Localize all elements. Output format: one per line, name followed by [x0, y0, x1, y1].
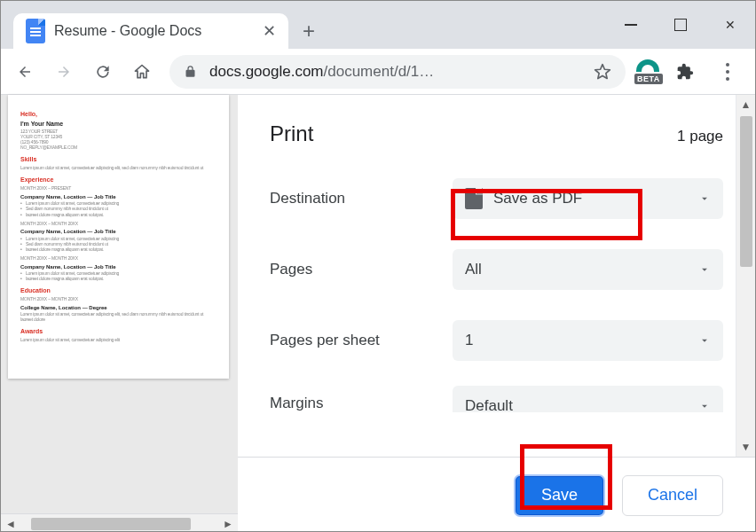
- chevron-down-icon: [698, 192, 711, 205]
- extensions-area: BETA: [634, 53, 750, 90]
- lock-icon: [184, 64, 197, 79]
- chevron-down-icon: [698, 400, 711, 412]
- cancel-button[interactable]: Cancel: [622, 475, 723, 516]
- bookmark-star-icon[interactable]: [594, 63, 611, 81]
- preview-horizontal-scrollbar[interactable]: ◄ ►: [1, 513, 238, 532]
- margins-select[interactable]: Default: [453, 386, 723, 412]
- browser-menu-button[interactable]: [709, 53, 746, 90]
- document-thumbnail[interactable]: Hello, I'm Your Name 123 YOUR STREET YOU…: [8, 95, 229, 379]
- scroll-left-icon[interactable]: ◄: [1, 514, 20, 533]
- scroll-right-icon[interactable]: ►: [218, 514, 238, 533]
- minimize-button[interactable]: [606, 9, 656, 41]
- new-tab-button[interactable]: +: [294, 16, 324, 46]
- forward-button[interactable]: [45, 53, 83, 90]
- margins-row: Margins Default: [270, 386, 723, 412]
- extensions-button[interactable]: [666, 53, 704, 90]
- url-text: docs.google.com/document/d/1…: [209, 63, 581, 81]
- tab-title: Resume - Google Docs: [54, 23, 254, 39]
- reload-icon: [94, 63, 112, 81]
- arrow-left-icon: [17, 64, 33, 80]
- maximize-button[interactable]: [656, 9, 705, 41]
- chevron-down-icon: [698, 263, 711, 276]
- destination-row: Destination Save as PDF: [270, 178, 723, 219]
- chevron-down-icon: [698, 334, 711, 347]
- print-settings-pane: Print 1 page Destination Save as PDF Pag…: [238, 95, 755, 532]
- print-dialog: Hello, I'm Your Name 123 YOUR STREET YOU…: [1, 95, 755, 532]
- scroll-thumb[interactable]: [740, 116, 752, 267]
- destination-select[interactable]: Save as PDF: [453, 178, 723, 219]
- close-tab-icon[interactable]: ✕: [263, 21, 276, 41]
- pages-row: Pages All: [270, 249, 723, 290]
- print-preview-pane: Hello, I'm Your Name 123 YOUR STREET YOU…: [1, 95, 238, 532]
- address-bar[interactable]: docs.google.com/document/d/1…: [169, 55, 626, 89]
- browser-toolbar: docs.google.com/document/d/1… BETA: [1, 49, 755, 95]
- save-button[interactable]: Save: [515, 475, 604, 516]
- window-titlebar: Resume - Google Docs ✕ + ✕: [1, 1, 755, 49]
- pages-per-sheet-label: Pages per sheet: [270, 332, 453, 349]
- pages-per-sheet-row: Pages per sheet 1: [270, 320, 723, 361]
- pages-label: Pages: [270, 261, 453, 278]
- settings-vertical-scrollbar[interactable]: ▲ ▼: [736, 95, 755, 457]
- back-button[interactable]: [6, 53, 43, 90]
- page-count: 1 page: [677, 128, 723, 145]
- reload-button[interactable]: [84, 53, 122, 90]
- window-controls: ✕: [606, 1, 755, 49]
- window-close-button[interactable]: ✕: [705, 9, 755, 41]
- browser-tab[interactable]: Resume - Google Docs ✕: [13, 13, 288, 49]
- scroll-thumb[interactable]: [31, 518, 191, 530]
- pdf-page-icon: [465, 188, 483, 209]
- margins-label: Margins: [270, 386, 453, 412]
- print-title: Print: [270, 121, 313, 146]
- home-icon: [133, 63, 151, 81]
- docs-favicon: [26, 19, 45, 43]
- dialog-footer: Save Cancel: [238, 457, 755, 532]
- home-button[interactable]: [123, 53, 161, 90]
- pages-per-sheet-select[interactable]: 1: [453, 320, 723, 361]
- scroll-up-icon[interactable]: ▲: [736, 95, 755, 114]
- arrow-right-icon: [56, 64, 72, 80]
- scroll-down-icon[interactable]: ▼: [736, 437, 755, 457]
- beta-extension-icon[interactable]: BETA: [634, 59, 661, 84]
- puzzle-icon: [676, 63, 694, 81]
- pages-select[interactable]: All: [453, 249, 723, 290]
- destination-label: Destination: [270, 190, 453, 207]
